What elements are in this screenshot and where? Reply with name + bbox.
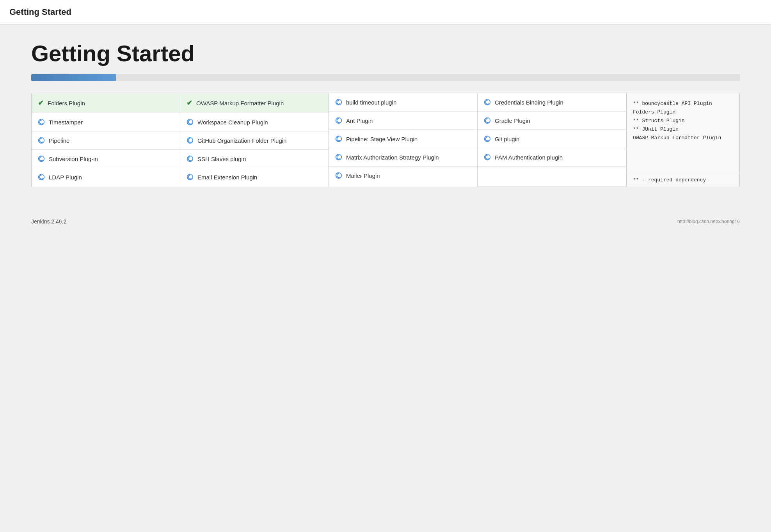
spinner-icon [38,119,45,126]
plugin-label-owasp-plugin: OWASP Markup Formatter Plugin [196,100,284,106]
spinner-icon [335,117,342,124]
plugin-column-2: ✔OWASP Markup Formatter Plugin Workspace… [180,93,329,187]
side-panel: ** bouncycastle API PluginFolders Plugin… [626,93,739,187]
side-panel-footer: ** - required dependency [627,173,739,187]
spinner-icon [38,137,45,144]
plugin-label-gradle-plugin: Gradle Plugin [495,117,530,124]
plugin-item-pipeline-stage-view: Pipeline: Stage View Plugin [329,130,477,148]
top-bar: Getting Started [0,0,771,25]
page-heading: Getting Started [31,40,740,66]
spinner-icon [187,174,194,181]
main-content: Getting Started ✔Folders Plugin Timestam… [0,25,771,211]
spinner-icon [187,119,194,126]
check-icon: ✔ [38,99,44,107]
plugin-label-ant-plugin: Ant Plugin [346,117,373,124]
plugin-item-owasp-plugin: ✔OWASP Markup Formatter Plugin [180,93,329,113]
plugin-item-timestamper: Timestamper [32,113,180,131]
plugin-item-email-extension: Email Extension Plugin [180,168,329,186]
plugin-label-git-plugin: Git plugin [495,136,519,142]
plugin-item-matrix-auth: Matrix Authorization Strategy Plugin [329,148,477,167]
bottom-url: http://blog.csdn.net/xiaoring16 [677,219,740,224]
plugin-item-build-timeout: build timeout plugin [329,93,477,112]
plugin-item-ssh-slaves: SSH Slaves plugin [180,150,329,168]
side-panel-content: ** bouncycastle API PluginFolders Plugin… [627,93,739,173]
plugin-label-ssh-slaves: SSH Slaves plugin [197,156,246,162]
plugin-item-subversion-plugin: Subversion Plug-in [32,150,180,168]
empty-cell [478,167,626,187]
plugin-item-ldap-plugin: LDAP Plugin [32,168,180,186]
spinner-icon [484,135,491,142]
spinner-icon [335,135,342,142]
jenkins-version: Jenkins 2.46.2 [31,218,66,225]
check-icon: ✔ [187,99,192,107]
plugin-item-pipeline: Pipeline [32,131,180,150]
plugin-label-ldap-plugin: LDAP Plugin [49,174,82,181]
plugin-label-pipeline: Pipeline [49,137,69,144]
plugin-label-pipeline-stage-view: Pipeline: Stage View Plugin [346,136,417,142]
spinner-icon [38,174,45,181]
spinner-icon [484,154,491,161]
plugin-label-pam-auth: PAM Authentication plugin [495,154,563,161]
side-panel-line: ** bouncycastle API Plugin [633,99,733,108]
plugin-label-subversion-plugin: Subversion Plug-in [49,156,98,162]
plugin-label-credentials-binding: Credentials Binding Plugin [495,99,563,106]
spinner-icon [335,154,342,161]
plugin-label-mailer-plugin: Mailer Plugin [346,172,380,179]
spinner-icon [484,117,491,124]
progress-bar-fill [31,74,116,81]
spinner-icon [38,155,45,162]
plugin-item-github-org-folder: GitHub Organization Folder Plugin [180,131,329,150]
side-panel-line: Folders Plugin [633,108,733,117]
plugin-column-1: ✔Folders Plugin Timestamper Pipeline Sub… [32,93,180,187]
plugin-item-folders-plugin: ✔Folders Plugin [32,93,180,113]
plugin-label-workspace-cleanup: Workspace Cleanup Plugin [197,119,268,126]
spinner-icon [187,155,194,162]
plugin-item-credentials-binding: Credentials Binding Plugin [478,93,626,112]
plugin-column-4: Credentials Binding Plugin Gradle Plugin… [478,93,626,187]
plugin-label-timestamper: Timestamper [49,119,83,126]
plugin-item-ant-plugin: Ant Plugin [329,112,477,130]
plugin-label-github-org-folder: GitHub Organization Folder Plugin [197,137,286,144]
bottom-bar: Jenkins 2.46.2 http://blog.csdn.net/xiao… [0,211,771,232]
plugin-label-matrix-auth: Matrix Authorization Strategy Plugin [346,154,439,161]
plugin-item-workspace-cleanup: Workspace Cleanup Plugin [180,113,329,131]
spinner-icon [484,99,491,106]
plugin-label-build-timeout: build timeout plugin [346,99,396,106]
side-panel-line: ** JUnit Plugin [633,125,733,134]
progress-bar-container [31,74,740,81]
plugin-item-gradle-plugin: Gradle Plugin [478,112,626,130]
spinner-icon [335,172,342,179]
plugin-label-email-extension: Email Extension Plugin [197,174,257,181]
plugin-grid-container: ✔Folders Plugin Timestamper Pipeline Sub… [31,93,740,187]
plugin-item-git-plugin: Git plugin [478,130,626,148]
plugin-label-folders-plugin: Folders Plugin [48,100,85,106]
spinner-icon [335,99,342,106]
plugin-item-mailer-plugin: Mailer Plugin [329,167,477,184]
side-panel-line: ** Structs Plugin [633,117,733,125]
top-bar-title: Getting Started [9,7,71,17]
spinner-icon [187,137,194,144]
plugin-item-pam-auth: PAM Authentication plugin [478,148,626,167]
side-panel-line: OWASP Markup Formatter Plugin [633,134,733,142]
plugin-column-3: build timeout plugin Ant Plugin Pipeline… [329,93,478,187]
